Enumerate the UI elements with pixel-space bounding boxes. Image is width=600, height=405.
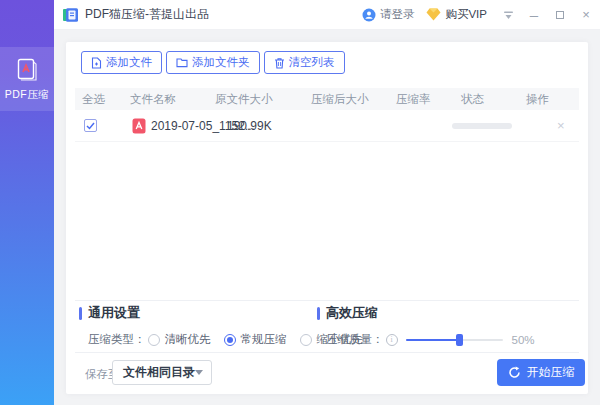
app-logo-icon [62,7,79,23]
quality-label: 压缩质量： [326,332,384,347]
add-file-button[interactable]: 添加文件 [81,51,162,74]
check-icon [86,122,95,130]
save-path-dropdown[interactable]: 文件相同目录 [112,360,212,385]
skin-menu-icon[interactable] [503,10,514,20]
main-panel: 添加文件 添加文件夹 清空列表 全选 文件名称 原文件大小 压缩后大小 压缩率 … [66,42,588,394]
pdf-book-icon [15,57,39,83]
pdf-file-icon [132,118,146,134]
radio-dot [300,334,312,346]
app-title: PDF猫压缩-菩提山出品 [85,6,209,23]
row-remove-icon[interactable]: × [557,118,565,133]
radio-dot [148,334,160,346]
quality-value: 50% [512,334,535,346]
footer-divider [75,352,579,353]
toolbar: 添加文件 添加文件夹 清空列表 [81,51,345,74]
compress-type-label: 压缩类型： [88,332,146,347]
row-original-size: 190.99K [227,119,272,133]
sidebar: PDF压缩 [0,0,54,405]
row-progress-bar [452,123,512,129]
col-file-name: 文件名称 [130,92,215,107]
user-icon [362,8,376,22]
trash-icon [274,57,285,69]
add-file-label: 添加文件 [106,55,152,70]
col-select-all[interactable]: 全选 [75,92,130,107]
row-checkbox[interactable] [84,119,97,132]
radio-dot [224,334,236,346]
slider-fill [406,339,459,341]
login-button[interactable]: 请登录 [362,7,415,22]
clear-list-button[interactable]: 清空列表 [264,51,345,74]
vip-diamond-icon [426,8,441,21]
col-original-size: 原文件大小 [215,92,311,107]
buy-vip-label: 购买VIP [445,7,487,22]
settings-divider [75,300,579,301]
info-icon[interactable]: i [386,334,398,346]
buy-vip-button[interactable]: 购买VIP [426,7,487,22]
login-label: 请登录 [380,7,415,22]
sidebar-item-label: PDF压缩 [5,88,50,102]
clear-list-label: 清空列表 [289,55,335,70]
radio-normal-compress[interactable]: 常规压缩 [224,332,287,347]
folder-plus-icon [176,57,188,68]
efficient-compress-title: 高效压缩 [317,304,535,322]
save-path-value: 文件相同目录 [123,364,195,381]
start-compress-label: 开始压缩 [527,364,575,381]
slider-thumb[interactable] [456,334,463,346]
accent-bar [79,307,82,320]
sidebar-item-pdf-compress[interactable]: PDF压缩 [0,47,54,111]
chevron-down-icon [195,370,203,375]
app-identity: PDF猫压缩-菩提山出品 [62,6,209,23]
file-plus-icon [91,57,102,69]
efficient-compress-section: 高效压缩 压缩质量： i 50% [317,304,535,347]
col-ratio: 压缩率 [396,92,461,107]
titlebar: PDF猫压缩-菩提山出品 请登录 购买VIP – [54,0,600,30]
refresh-icon [508,366,521,379]
close-button[interactable]: × [580,8,592,21]
table-header: 全选 文件名称 原文件大小 压缩后大小 压缩率 状态 操作 [75,88,579,110]
start-compress-button[interactable]: 开始压缩 [497,359,585,386]
table-row: 2019-07-05_1152... 190.99K × [75,110,579,142]
col-operation: 操作 [526,92,579,107]
add-folder-label: 添加文件夹 [192,55,250,70]
radio-clarity-first[interactable]: 清晰优先 [148,332,211,347]
accent-bar [317,307,320,320]
add-folder-button[interactable]: 添加文件夹 [166,51,260,74]
minimize-button[interactable]: – [528,7,540,22]
maximize-button[interactable] [554,8,566,21]
col-compressed-size: 压缩后大小 [311,92,396,107]
quality-slider[interactable] [406,334,503,346]
col-status: 状态 [461,92,526,107]
